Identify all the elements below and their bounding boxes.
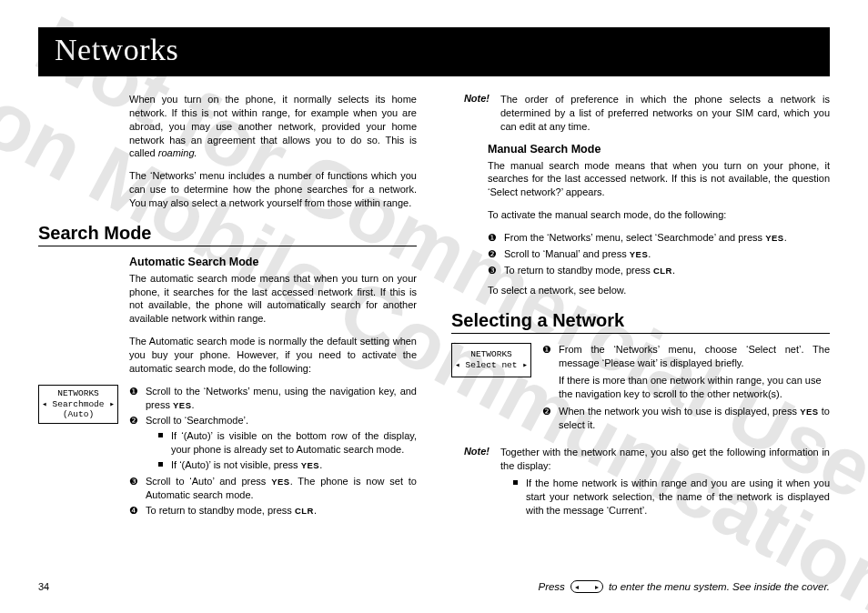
note-label-2: Note!	[451, 446, 490, 518]
right-column: Note! The order of preference in which t…	[451, 93, 830, 532]
lcd-display-select-net: NETWORKS ◂ Select net ▸	[451, 343, 531, 377]
page-number: 34	[38, 581, 49, 592]
auto-step-2-sub-2: If ‘(Auto)’ is not visible, press YES.	[158, 458, 417, 472]
heading-selecting-network: Selecting a Network	[451, 310, 830, 334]
select-step-2: ❷When the network you wish to use is dis…	[542, 405, 830, 432]
nav-key-icon: ◂▸	[570, 580, 603, 593]
intro-paragraph-2: The ‘Networks’ menu includes a number of…	[129, 169, 417, 210]
content-columns: When you turn on the phone, it normally …	[38, 93, 830, 532]
note-display-info: Note! Together with the network name, yo…	[451, 446, 830, 518]
manual-paragraph-2: To activate the manual search mode, do t…	[488, 208, 830, 222]
manual-step-3: ❸To return to standby mode, press CLR.	[488, 264, 830, 277]
select-step-1b: If there is more than one network within…	[559, 374, 830, 401]
select-step-1: ❶From the ‘Networks’ menu, choose ‘Selec…	[542, 343, 830, 400]
left-column: When you turn on the phone, it normally …	[38, 93, 417, 532]
auto-step-4: ❹To return to standby mode, press CLR.	[129, 504, 417, 518]
auto-steps-list: ❶Scroll to the ‘Networks’ menu, using th…	[129, 385, 417, 518]
manual-steps-list: ❶From the ‘Networks’ menu, select ‘Searc…	[488, 231, 830, 277]
auto-step-1: ❶Scroll to the ‘Networks’ menu, using th…	[129, 385, 417, 412]
note-text-1: The order of preference in which the pho…	[500, 93, 830, 134]
note-bullet-current: If the home network is within range and …	[513, 477, 830, 518]
heading-search-mode: Search Mode	[38, 223, 417, 246]
page-footer: 34 Press ◂▸ to enter the menu system. Se…	[38, 580, 830, 593]
manual-paragraph-1: The manual search mode means that when y…	[488, 159, 830, 200]
auto-search-paragraph-1: The automatic search mode means that whe…	[129, 272, 417, 326]
auto-search-paragraph-2: The Automatic search mode is normally th…	[129, 335, 417, 376]
note-label: Note!	[451, 93, 490, 134]
page-title-banner: Networks	[38, 27, 830, 76]
manual-paragraph-3: To select a network, see below.	[488, 284, 830, 297]
intro-paragraph-1: When you turn on the phone, it normally …	[129, 93, 417, 160]
select-steps-list: ❶From the ‘Networks’ menu, choose ‘Selec…	[542, 343, 830, 431]
lcd-display-searchmode: NETWORKS ◂ Searchmode ▸ (Auto)	[38, 385, 118, 425]
heading-manual-search-mode: Manual Search Mode	[488, 143, 830, 156]
manual-step-2: ❷Scroll to ‘Manual’ and press YES.	[488, 247, 830, 261]
auto-step-2: ❷Scroll to ‘Searchmode’. If ‘(Auto)’ is …	[129, 414, 417, 471]
note-text-2: Together with the network name, you also…	[500, 446, 830, 473]
heading-automatic-search-mode: Automatic Search Mode	[129, 256, 417, 268]
note-preference-order: Note! The order of preference in which t…	[451, 93, 830, 134]
auto-step-3: ❸Scroll to ‘Auto’ and press YES. The pho…	[129, 475, 417, 502]
footer-hint: Press ◂▸ to enter the menu system. See i…	[538, 580, 830, 593]
auto-step-2-sub-1: If ‘(Auto)’ is visible on the bottom row…	[158, 429, 417, 457]
manual-step-1: ❶From the ‘Networks’ menu, select ‘Searc…	[488, 231, 830, 245]
